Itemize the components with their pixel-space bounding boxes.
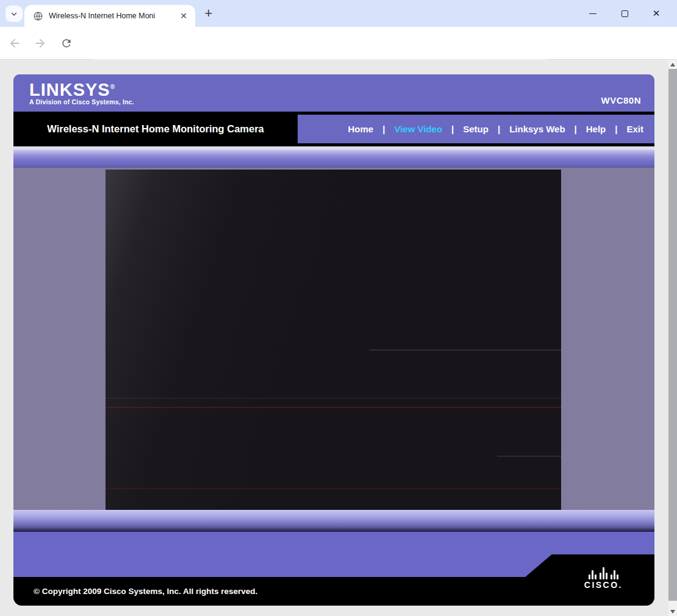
scrollbar-down-icon[interactable] bbox=[668, 607, 677, 616]
camera-video-feed bbox=[106, 170, 561, 510]
nav-item-setup[interactable]: Setup bbox=[463, 124, 489, 134]
cisco-wordmark: CISCO. bbox=[584, 580, 623, 590]
model-number: WVC80N bbox=[601, 95, 641, 106]
new-tab-button[interactable]: + bbox=[200, 5, 217, 22]
window-minimize-button[interactable] bbox=[577, 1, 609, 26]
video-noise-line bbox=[106, 407, 561, 408]
tab-close-icon[interactable]: ✕ bbox=[178, 10, 189, 21]
nav-item-exit[interactable]: Exit bbox=[626, 124, 643, 134]
video-noise-line bbox=[497, 456, 561, 457]
browser-toolbar: Not secure 97.68.208.234:1029/img/main.c… bbox=[0, 27, 677, 60]
window-controls: ✕ bbox=[577, 0, 672, 27]
page-scrollbar[interactable] bbox=[668, 60, 677, 616]
page-title: Wireless-N Internet Home Monitoring Came… bbox=[13, 112, 298, 146]
nav-item-home[interactable]: Home bbox=[348, 124, 374, 134]
camera-web-page: LINKSYS® A Division of Cisco Systems, In… bbox=[13, 74, 654, 606]
linksys-tagline: A Division of Cisco Systems, Inc. bbox=[29, 98, 134, 106]
forward-button[interactable] bbox=[32, 35, 49, 52]
nav-separator: | bbox=[451, 124, 454, 134]
metallic-bar-top bbox=[13, 148, 654, 168]
cisco-logo: CISCO. bbox=[584, 567, 623, 590]
nav-separator: | bbox=[498, 124, 500, 134]
site-footer: © Copyright 2009 Cisco Systems, Inc. All… bbox=[13, 577, 654, 606]
linksys-logo: LINKSYS® A Division of Cisco Systems, In… bbox=[29, 78, 134, 106]
browser-tab[interactable]: Wireless-N Internet Home Moni ✕ bbox=[24, 5, 195, 27]
nav-separator: | bbox=[575, 124, 577, 134]
back-button[interactable] bbox=[6, 35, 23, 52]
video-noise-line bbox=[370, 349, 561, 351]
scrollbar-up-icon[interactable] bbox=[668, 60, 677, 69]
window-close-button[interactable]: ✕ bbox=[640, 1, 672, 26]
nav-item-help[interactable]: Help bbox=[586, 124, 606, 134]
browser-tabstrip: Wireless-N Internet Home Moni ✕ + ✕ bbox=[0, 0, 677, 27]
page-viewport: LINKSYS® A Division of Cisco Systems, In… bbox=[0, 60, 677, 616]
linksys-wordmark-text: LINKSYS bbox=[29, 80, 110, 99]
chevron-down-icon bbox=[10, 10, 18, 18]
video-noise-line bbox=[106, 488, 561, 489]
tab-search-button[interactable] bbox=[5, 5, 23, 22]
nav-item-view-video[interactable]: View Video bbox=[394, 124, 442, 134]
nav-separator: | bbox=[382, 124, 385, 134]
tab-title: Wireless-N Internet Home Moni bbox=[49, 12, 171, 20]
minimize-icon bbox=[589, 13, 596, 14]
maximize-icon bbox=[621, 10, 628, 17]
copyright-text: © Copyright 2009 Cisco Systems, Inc. All… bbox=[34, 577, 257, 606]
scrollbar-thumb[interactable] bbox=[668, 69, 677, 601]
metallic-bar-bottom bbox=[13, 510, 654, 532]
window-maximize-button[interactable] bbox=[609, 1, 640, 26]
site-nav: Home | View Video | Setup | Linksys Web … bbox=[298, 115, 654, 143]
video-noise-line bbox=[106, 398, 561, 399]
registered-mark: ® bbox=[110, 84, 115, 90]
linksys-wordmark: LINKSYS® bbox=[29, 78, 134, 99]
nav-separator: | bbox=[615, 124, 617, 134]
site-titlebar: Wireless-N Internet Home Monitoring Came… bbox=[13, 112, 654, 146]
reload-button[interactable] bbox=[58, 35, 75, 52]
cisco-bridge-bars-icon bbox=[589, 567, 618, 579]
globe-favicon-icon bbox=[33, 11, 43, 21]
nav-item-linksys-web[interactable]: Linksys Web bbox=[509, 124, 565, 134]
site-header: LINKSYS® A Division of Cisco Systems, In… bbox=[13, 74, 654, 112]
window-close-icon: ✕ bbox=[653, 8, 661, 19]
site-body bbox=[13, 168, 654, 510]
